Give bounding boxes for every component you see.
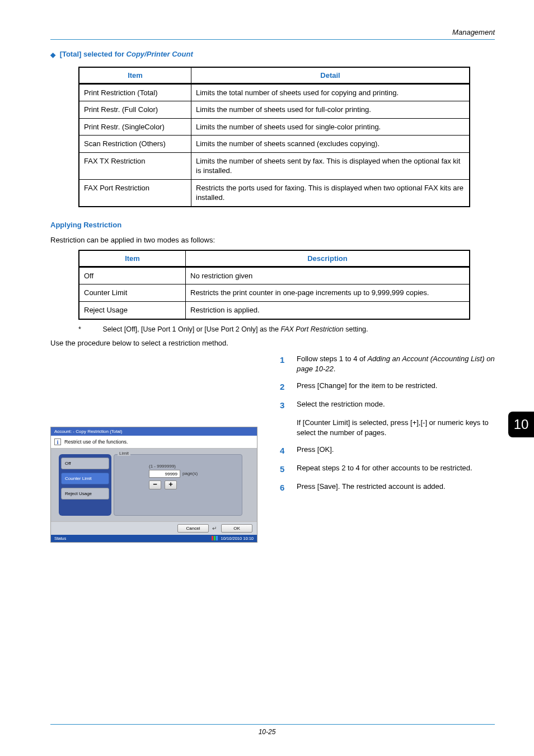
col-item: Item xyxy=(79,251,186,267)
cell: Limits the number of sheets scanned (exc… xyxy=(191,135,469,152)
table-row: Print Restr. (SingleColor)Limits the num… xyxy=(79,118,469,136)
step-1: 1 Follow steps 1 to 4 of Adding an Accou… xyxy=(280,354,495,374)
table-row: OffNo restriction given xyxy=(79,267,469,284)
limit-value-input[interactable]: 99999 xyxy=(149,470,180,478)
running-header: Management xyxy=(452,28,495,36)
step-text: Press [Change] for the item to be restri… xyxy=(297,381,495,391)
table-row: FAX Port RestrictionRestricts the ports … xyxy=(79,179,469,206)
option-counter-limit-button[interactable]: Counter Limit xyxy=(61,473,109,484)
table-row: Scan Restriction (Others)Limits the numb… xyxy=(79,135,469,152)
table-row: FAX TX RestrictionLimits the number of s… xyxy=(79,152,469,179)
option-column: Off Counter Limit Reject Usage xyxy=(59,454,111,516)
cell: Scan Restriction (Others) xyxy=(79,135,191,152)
cell: Off xyxy=(79,267,186,284)
limit-label: Limit xyxy=(118,451,130,456)
status-datetime: 10/10/2010 10:10 xyxy=(221,536,254,541)
cell: Limits the number of sheets used for sin… xyxy=(191,118,469,136)
cell: FAX TX Restriction xyxy=(79,152,191,179)
cell: Restricts the print counter in one-page … xyxy=(186,284,469,301)
minus-button[interactable]: − xyxy=(149,480,161,489)
limit-range: (1 - 9999999) xyxy=(149,464,237,469)
section2-heading: Applying Restriction xyxy=(50,221,495,229)
cancel-button[interactable]: Cancel xyxy=(177,524,209,533)
table-row: Print Restriction (Total)Limits the tota… xyxy=(79,84,469,101)
step3-note: If [Counter Limit] is selected, press [+… xyxy=(297,418,495,438)
cell: Print Restr. (Full Color) xyxy=(79,101,191,118)
dialog-info: i Restrict use of the functions. xyxy=(51,436,257,449)
step-4: 4 Press [OK]. xyxy=(280,445,495,456)
option-reject-usage-button[interactable]: Reject Usage xyxy=(61,488,109,500)
step-number: 2 xyxy=(280,381,297,393)
dialog-info-text: Restrict use of the functions. xyxy=(64,439,128,445)
status-icons xyxy=(212,536,218,540)
diamond-icon: ◆ xyxy=(50,51,55,59)
footnote: * Select [Off], [Use Port 1 Only] or [Us… xyxy=(78,325,495,333)
table-row: Counter LimitRestricts the print counter… xyxy=(79,284,469,301)
step-number: 5 xyxy=(280,463,297,475)
ok-button[interactable]: OK xyxy=(221,524,252,533)
cell: Restricts the ports used for faxing. Thi… xyxy=(191,179,469,206)
lead-text: Use the procedure below to select a rest… xyxy=(50,339,495,347)
footnote-star: * xyxy=(78,325,101,333)
step-text: Press [OK]. xyxy=(297,445,495,455)
cell: No restriction given xyxy=(186,267,469,284)
table-total-selected: Item Detail Print Restriction (Total)Lim… xyxy=(78,67,470,207)
limit-pane: Limit (1 - 9999999) 99999 page(s) − + xyxy=(114,454,242,516)
table-row: Reject UsageRestriction is applied. xyxy=(79,301,469,319)
section1-heading: ◆ [Total] selected for Copy/Printer Coun… xyxy=(50,50,495,59)
step-text: Select the restriction mode. xyxy=(297,399,495,409)
page-number: 10-25 xyxy=(0,728,534,736)
cell: Print Restriction (Total) xyxy=(79,84,191,101)
header-rule xyxy=(50,39,495,40)
col-item: Item xyxy=(79,68,191,84)
info-icon: i xyxy=(54,438,61,445)
enter-icon: ↵ xyxy=(212,525,217,531)
table-row: Print Restr. (Full Color)Limits the numb… xyxy=(79,101,469,118)
step-number: 3 xyxy=(280,399,297,411)
cell: Counter Limit xyxy=(79,284,186,301)
col-detail: Detail xyxy=(191,68,469,84)
footnote-ital: FAX Port Restriction xyxy=(280,325,343,333)
footnote-text: Select [Off], [Use Port 1 Only] or [Use … xyxy=(102,325,280,333)
cell: Limits the number of sheets used for ful… xyxy=(191,101,469,118)
cell: Print Restr. (SingleColor) xyxy=(79,118,191,136)
chapter-badge: 10 xyxy=(508,412,534,437)
steps-list-continued: 4 Press [OK]. 5 Repeat steps 2 to 4 for … xyxy=(280,445,495,493)
plus-button[interactable]: + xyxy=(165,480,177,489)
footer-rule xyxy=(50,724,495,725)
step-6: 6 Press [Save]. The restricted account i… xyxy=(280,482,495,493)
step-text: Follow steps 1 to 4 of xyxy=(297,354,367,363)
cell: Limits the total number of sheets used f… xyxy=(191,84,469,101)
step-text: . xyxy=(334,365,336,373)
limit-unit: page(s) xyxy=(182,471,198,476)
step-number: 4 xyxy=(280,445,297,456)
cell: Limits the number of sheets sent by fax.… xyxy=(191,152,469,179)
cell: FAX Port Restriction xyxy=(79,179,191,206)
dialog-titlebar: Account: - Copy Restriction (Total) xyxy=(51,427,257,436)
step-3: 3 Select the restriction mode. xyxy=(280,399,495,411)
step-number: 1 xyxy=(280,354,297,366)
dialog-screenshot: Account: - Copy Restriction (Total) i Re… xyxy=(50,354,263,543)
dialog-status-bar: Status 10/10/2010 10:10 xyxy=(51,535,257,542)
col-description: Description xyxy=(186,251,469,267)
status-label[interactable]: Status xyxy=(54,536,66,541)
copy-restriction-dialog: Account: - Copy Restriction (Total) i Re… xyxy=(50,427,257,543)
step-text: Repeat steps 2 to 4 for other accounts t… xyxy=(297,463,495,473)
step-text: Press [Save]. The restricted account is … xyxy=(297,482,495,492)
cell: Restriction is applied. xyxy=(186,301,469,319)
step-number: 6 xyxy=(280,482,297,493)
dialog-footer: Cancel ↵ OK xyxy=(51,521,257,535)
footnote-text: setting. xyxy=(344,325,368,333)
steps-list: 1 Follow steps 1 to 4 of Adding an Accou… xyxy=(280,354,495,411)
cell: Reject Usage xyxy=(79,301,186,319)
table-applying-restriction: Item Description OffNo restriction given… xyxy=(78,250,470,320)
section2-intro: Restriction can be applied in two modes … xyxy=(50,236,495,244)
option-off-button[interactable]: Off xyxy=(61,458,109,469)
step-2: 2 Press [Change] for the item to be rest… xyxy=(280,381,495,393)
step-5: 5 Repeat steps 2 to 4 for other accounts… xyxy=(280,463,495,475)
